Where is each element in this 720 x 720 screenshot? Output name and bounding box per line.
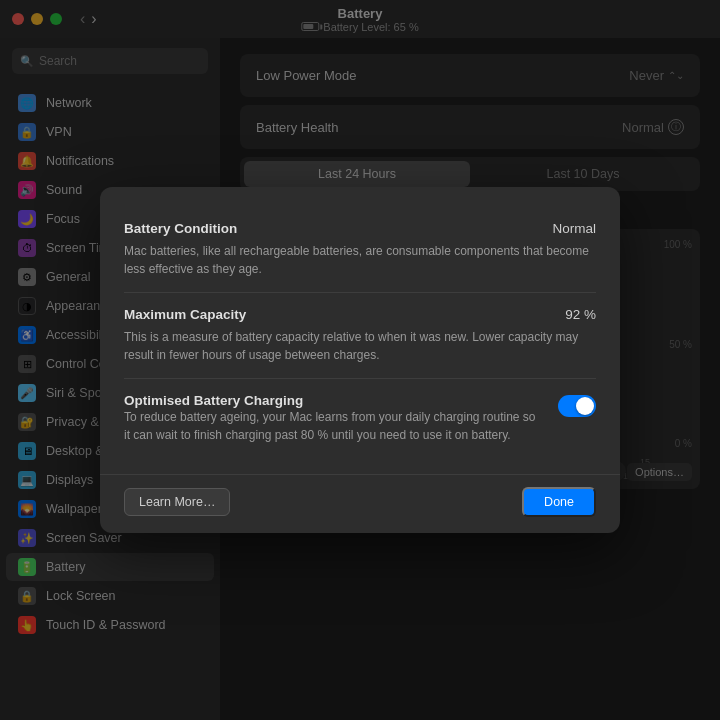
optimised-charging-section: Optimised Battery Charging To reduce bat… — [124, 379, 596, 458]
battery-condition-header: Battery Condition Normal — [124, 221, 596, 236]
optimised-charging-desc: To reduce battery ageing, your Mac learn… — [124, 408, 542, 444]
battery-condition-section: Battery Condition Normal Mac batteries, … — [124, 207, 596, 293]
battery-condition-value: Normal — [552, 221, 596, 236]
modal-body: Battery Condition Normal Mac batteries, … — [100, 187, 620, 474]
optimised-charging-row: Optimised Battery Charging To reduce bat… — [124, 393, 596, 444]
battery-health-modal: Battery Condition Normal Mac batteries, … — [100, 187, 620, 533]
battery-condition-desc: Mac batteries, like all rechargeable bat… — [124, 242, 596, 278]
optimised-charging-title: Optimised Battery Charging — [124, 393, 542, 408]
modal-footer: Learn More… Done — [100, 474, 620, 533]
max-capacity-header: Maximum Capacity 92 % — [124, 307, 596, 322]
modal-overlay: Battery Condition Normal Mac batteries, … — [0, 0, 720, 720]
max-capacity-desc: This is a measure of battery capacity re… — [124, 328, 596, 364]
optimised-charging-text: Optimised Battery Charging To reduce bat… — [124, 393, 558, 444]
done-button[interactable]: Done — [522, 487, 596, 517]
max-capacity-section: Maximum Capacity 92 % This is a measure … — [124, 293, 596, 379]
learn-more-button[interactable]: Learn More… — [124, 488, 230, 516]
battery-condition-title: Battery Condition — [124, 221, 237, 236]
max-capacity-value: 92 % — [565, 307, 596, 322]
toggle-knob — [576, 397, 594, 415]
optimised-charging-toggle[interactable] — [558, 395, 596, 417]
max-capacity-title: Maximum Capacity — [124, 307, 246, 322]
